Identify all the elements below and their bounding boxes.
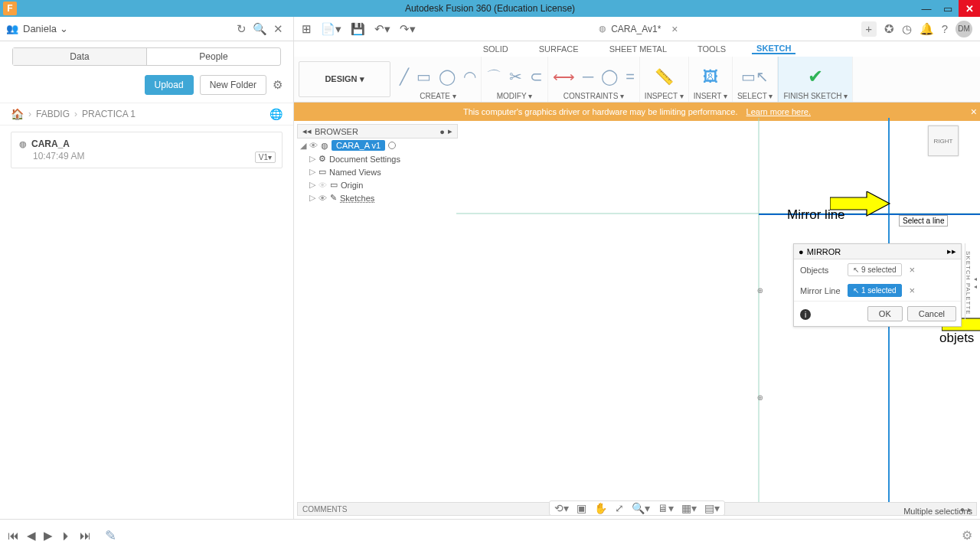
- zoom-icon[interactable]: 🔍▾: [632, 502, 650, 514]
- timeline-gear-icon[interactable]: ⚙: [962, 528, 972, 543]
- inspect-menu[interactable]: INSPECT ▾: [645, 92, 684, 100]
- document-tab[interactable]: ◍ CARA_Av1* ×: [423, 23, 854, 35]
- cancel-button[interactable]: Cancel: [907, 306, 956, 321]
- rect-tool-icon[interactable]: ▭: [416, 67, 431, 86]
- insert-menu[interactable]: INSERT ▾: [694, 92, 727, 100]
- design-dropdown[interactable]: DESIGN ▾: [299, 61, 390, 97]
- workspace-tabs: SOLID SURFACE SHEET METAL TOOLS SKETCH: [294, 41, 980, 57]
- info-icon[interactable]: i: [800, 309, 811, 320]
- trim-tool-icon[interactable]: ✂: [509, 67, 522, 86]
- tab-solid[interactable]: SOLID: [479, 44, 513, 54]
- timeline-last-icon[interactable]: ⏭: [80, 529, 91, 542]
- tab-tools[interactable]: TOOLS: [693, 44, 730, 54]
- finish-sketch-button[interactable]: FINISH SKETCH ▾: [783, 92, 848, 100]
- equal-icon[interactable]: =: [626, 68, 635, 86]
- browser-origin[interactable]: ▷👁▭Origin: [297, 178, 458, 191]
- mirror-line-chip[interactable]: ↖ 1 selected: [848, 284, 902, 297]
- circle-tool-icon[interactable]: ◯: [439, 67, 456, 86]
- zoom-fit-icon[interactable]: ⤢: [615, 502, 624, 514]
- dimension-icon[interactable]: ⟷: [553, 67, 575, 86]
- sketch-palette-tab[interactable]: ◂◂SKETCH PALETTE: [965, 243, 978, 320]
- ok-button[interactable]: OK: [867, 306, 903, 321]
- apps-icon[interactable]: ⊞: [302, 22, 312, 36]
- search-icon[interactable]: 🔍: [250, 22, 269, 36]
- close-button[interactable]: ✕: [959, 0, 980, 17]
- avatar[interactable]: DM: [956, 21, 972, 37]
- tab-sketch[interactable]: SKETCH: [752, 44, 795, 54]
- file-version[interactable]: V1▾: [255, 152, 276, 163]
- browser-root[interactable]: ◢👁◍CARA_A v1: [297, 139, 458, 152]
- team-icon: 👥: [6, 23, 18, 34]
- clear-objects-icon[interactable]: ×: [910, 264, 916, 276]
- refresh-icon[interactable]: ↻: [232, 22, 250, 36]
- pan-icon[interactable]: ✋: [594, 502, 607, 514]
- new-tab-button[interactable]: +: [861, 21, 877, 37]
- panel-close-icon[interactable]: ✕: [269, 22, 287, 36]
- app-title: Autodesk Fusion 360 (Education License): [405, 3, 575, 14]
- arc-tool-icon[interactable]: ◠: [463, 67, 476, 86]
- help-icon[interactable]: ?: [942, 22, 948, 35]
- fillet-tool-icon[interactable]: ⌒: [486, 67, 501, 87]
- grid-icon[interactable]: ▦▾: [681, 502, 697, 514]
- banner-link[interactable]: Learn more here.: [746, 107, 811, 116]
- display-icon[interactable]: 🖥▾: [658, 502, 674, 514]
- breadcrumb-folder[interactable]: PRACTICA 1: [82, 109, 136, 119]
- tab-sheet-metal[interactable]: SHEET METAL: [605, 44, 671, 54]
- browser-toggle-icon[interactable]: ●: [439, 127, 445, 136]
- mirror-objects-chip[interactable]: ↖ 9 selected: [848, 263, 902, 276]
- notification-icon[interactable]: 🔔: [920, 22, 934, 36]
- file-card[interactable]: ◍CARA_A 10:47:49 AM V1▾: [11, 132, 283, 168]
- tab-data[interactable]: Data: [13, 48, 147, 65]
- clock-icon[interactable]: ◷: [902, 22, 912, 36]
- clear-line-icon[interactable]: ×: [910, 285, 916, 296]
- undo-icon[interactable]: ↶▾: [374, 22, 390, 36]
- extensions-icon[interactable]: ✪: [884, 22, 894, 36]
- browser-doc-settings[interactable]: ▷⚙Document Settings: [297, 152, 458, 165]
- timeline-next-icon[interactable]: ⏵: [60, 529, 72, 542]
- user-menu[interactable]: Daniela ⌄: [23, 23, 232, 34]
- new-folder-button[interactable]: New Folder: [200, 75, 266, 95]
- horizontal-icon[interactable]: ─: [583, 68, 593, 86]
- finish-check-icon[interactable]: ✔: [808, 66, 823, 87]
- timeline-sketch-feature[interactable]: ✎: [105, 527, 116, 544]
- select-menu[interactable]: SELECT ▾: [737, 92, 773, 100]
- timeline: ⏮ ◀ ▶ ⏵ ⏭ ✎ ⚙: [0, 519, 980, 551]
- save-icon[interactable]: 💾: [351, 22, 365, 36]
- tab-close-icon[interactable]: ×: [671, 23, 678, 35]
- cube-icon: ◍: [599, 24, 606, 34]
- redo-icon[interactable]: ↷▾: [400, 22, 416, 36]
- constraints-menu[interactable]: CONSTRAINTS ▾: [564, 92, 624, 100]
- modify-menu[interactable]: MODIFY ▾: [497, 92, 532, 100]
- svg-text:⊕: ⊕: [756, 395, 764, 401]
- gear-icon[interactable]: ⚙: [273, 78, 283, 92]
- browser-title: BROWSER: [315, 127, 436, 136]
- view-tools[interactable]: ⟲▾ ▣ ✋ ⤢ 🔍▾ 🖥▾ ▦▾ ▤▾: [549, 500, 725, 516]
- share-icon[interactable]: 🌐: [270, 108, 283, 120]
- select-tool-icon[interactable]: ▭↖: [741, 67, 769, 86]
- insert-image-icon[interactable]: 🖼: [703, 68, 718, 86]
- offset-tool-icon[interactable]: ⊂: [530, 67, 543, 86]
- maximize-button[interactable]: ▭: [937, 0, 959, 17]
- new-file-icon[interactable]: 📄▾: [321, 22, 341, 36]
- timeline-prev-icon[interactable]: ◀: [27, 529, 36, 543]
- banner-close-icon[interactable]: ×: [971, 106, 977, 118]
- timeline-first-icon[interactable]: ⏮: [8, 529, 19, 542]
- minimize-button[interactable]: —: [916, 0, 937, 17]
- orbit-icon[interactable]: ⟲▾: [554, 502, 569, 514]
- measure-icon[interactable]: 📏: [655, 67, 674, 86]
- viewcube[interactable]: RIGHT: [928, 126, 959, 156]
- tangent-icon[interactable]: ◯: [601, 67, 618, 86]
- home-icon[interactable]: 🏠: [11, 108, 24, 120]
- viewport-icon[interactable]: ▤▾: [704, 502, 720, 514]
- create-menu[interactable]: CREATE ▾: [420, 92, 456, 100]
- upload-button[interactable]: Upload: [145, 75, 194, 95]
- tab-surface[interactable]: SURFACE: [534, 44, 583, 54]
- browser-named-views[interactable]: ▷▭Named Views: [297, 165, 458, 178]
- tab-people[interactable]: People: [147, 48, 280, 65]
- lookat-icon[interactable]: ▣: [577, 502, 586, 514]
- breadcrumb-project[interactable]: FABDIG: [36, 109, 70, 119]
- dialog-expand-icon[interactable]: ▸▸: [947, 246, 956, 256]
- line-tool-icon[interactable]: ╱: [400, 67, 409, 86]
- browser-sketches[interactable]: ▷👁✎Sketches: [297, 191, 458, 204]
- timeline-play-icon[interactable]: ▶: [44, 529, 53, 543]
